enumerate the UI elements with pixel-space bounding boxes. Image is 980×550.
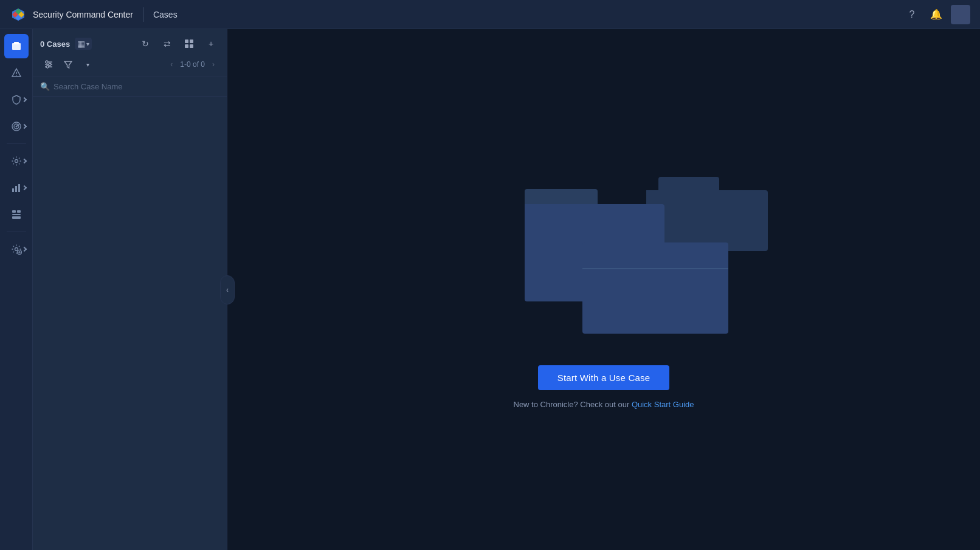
svg-rect-2 — [14, 42, 19, 44]
start-use-case-button[interactable]: Start With a Use Case — [538, 365, 670, 390]
svg-rect-15 — [12, 214, 21, 215]
search-row: 🔍 — [33, 77, 227, 97]
app-logo: Security Command Center — [10, 6, 133, 23]
refresh-icon: ↻ — [142, 39, 149, 49]
collapse-panel-button[interactable]: ‹ — [220, 275, 235, 304]
cases-icon — [11, 41, 22, 52]
page-name: Cases — [153, 10, 178, 19]
svg-point-17 — [15, 248, 18, 251]
logo-icon — [10, 6, 27, 23]
svg-point-28 — [46, 66, 49, 68]
topbar: Security Command Center Cases ? 🔔 — [0, 0, 980, 29]
folder-body-front — [582, 242, 728, 334]
svg-point-27 — [49, 63, 51, 66]
filter-tune-button[interactable] — [40, 56, 57, 73]
cases-panel: 0 Cases ▦ ▾ ↻ ⇄ — [33, 29, 227, 550]
sidebar-item-cases[interactable] — [4, 34, 29, 58]
add-case-button[interactable]: + — [202, 35, 219, 52]
pagination-text: 1-0 of 0 — [180, 60, 205, 69]
quick-start-guide-link[interactable]: Quick Start Guide — [632, 400, 694, 409]
view-toggle[interactable]: ▦ ▾ — [75, 38, 92, 50]
user-avatar[interactable] — [951, 5, 970, 24]
config-icon — [11, 244, 22, 255]
sidebar-divider-2 — [7, 232, 26, 232]
settings-icon — [11, 156, 22, 167]
sync-icon: ⇄ — [164, 39, 171, 49]
refresh-button[interactable]: ↻ — [137, 35, 154, 52]
empty-state-actions: Start With a Use Case New to Chronicle? … — [514, 365, 694, 409]
sidebar-item-shield[interactable] — [4, 88, 29, 112]
view-toggle-icon: ▦ — [77, 39, 85, 49]
svg-rect-19 — [185, 40, 188, 43]
toolbar-top: 0 Cases ▦ ▾ ↻ ⇄ — [40, 35, 219, 52]
chronicle-text: New to Chronicle? Check out our Quick St… — [514, 400, 694, 409]
bell-icon: 🔔 — [930, 9, 942, 20]
filter-dropdown-button[interactable]: ▾ — [79, 56, 96, 73]
sidebar-divider-1 — [7, 143, 26, 144]
sync-button[interactable]: ⇄ — [159, 35, 176, 52]
search-input-wrap: 🔍 — [40, 82, 219, 91]
notifications-button[interactable]: 🔔 — [927, 5, 946, 24]
svg-rect-22 — [190, 44, 193, 48]
help-icon: ? — [909, 9, 915, 20]
topbar-divider — [143, 7, 143, 22]
add-icon: + — [209, 39, 213, 49]
left-sidebar — [0, 29, 33, 550]
search-icon: 🔍 — [40, 82, 50, 91]
pagination: ‹ 1-0 of 0 › — [165, 58, 219, 70]
shield-icon — [11, 94, 22, 105]
folder-body-right — [646, 190, 768, 251]
svg-point-26 — [46, 61, 48, 63]
cases-toolbar: 0 Cases ▦ ▾ ↻ ⇄ — [33, 29, 227, 77]
empty-state: Start With a Use Case New to Chronicle? … — [470, 171, 737, 409]
sidebar-item-settings[interactable] — [4, 149, 29, 173]
pagination-next[interactable]: › — [207, 58, 219, 70]
folder-illustration — [470, 171, 737, 341]
analytics-icon — [11, 182, 22, 193]
sidebar-item-alerts[interactable] — [4, 61, 29, 85]
layout-button[interactable] — [181, 35, 198, 52]
help-button[interactable]: ? — [902, 5, 922, 24]
svg-point-9 — [15, 160, 18, 163]
content-area: ‹ Start With a Use Case New to Chroni — [227, 29, 980, 550]
svg-rect-11 — [15, 186, 17, 192]
pagination-prev[interactable]: ‹ — [165, 58, 178, 70]
svg-rect-12 — [18, 184, 20, 192]
radar-icon — [11, 121, 22, 132]
main-body: 0 Cases ▦ ▾ ↻ ⇄ — [0, 29, 980, 550]
svg-rect-20 — [190, 40, 193, 43]
svg-rect-13 — [12, 210, 16, 213]
alerts-icon — [11, 67, 22, 78]
cases-count: 0 Cases — [40, 40, 70, 49]
sidebar-item-analytics[interactable] — [4, 176, 29, 200]
svg-point-4 — [16, 75, 17, 76]
svg-rect-16 — [12, 216, 21, 219]
funnel-icon — [64, 60, 72, 69]
tune-icon — [44, 60, 53, 69]
sidebar-item-dashboard[interactable] — [4, 202, 29, 227]
svg-rect-14 — [17, 210, 21, 213]
svg-rect-10 — [12, 188, 14, 192]
filter-funnel-button[interactable] — [60, 56, 77, 73]
filter-dropdown-icon: ▾ — [86, 61, 89, 68]
collapse-icon: ‹ — [226, 286, 229, 294]
search-input[interactable] — [53, 82, 219, 91]
sidebar-item-config[interactable] — [4, 237, 29, 261]
view-toggle-arrow: ▾ — [86, 41, 89, 47]
toolbar-bottom: ▾ ‹ 1-0 of 0 › — [40, 56, 219, 73]
dashboard-icon — [11, 209, 22, 220]
topbar-right: ? 🔔 — [902, 5, 970, 24]
svg-rect-21 — [185, 44, 188, 48]
sidebar-item-radar[interactable] — [4, 114, 29, 139]
app-name: Security Command Center — [33, 10, 133, 19]
folder-divider — [582, 268, 728, 269]
layout-icon — [185, 40, 193, 48]
